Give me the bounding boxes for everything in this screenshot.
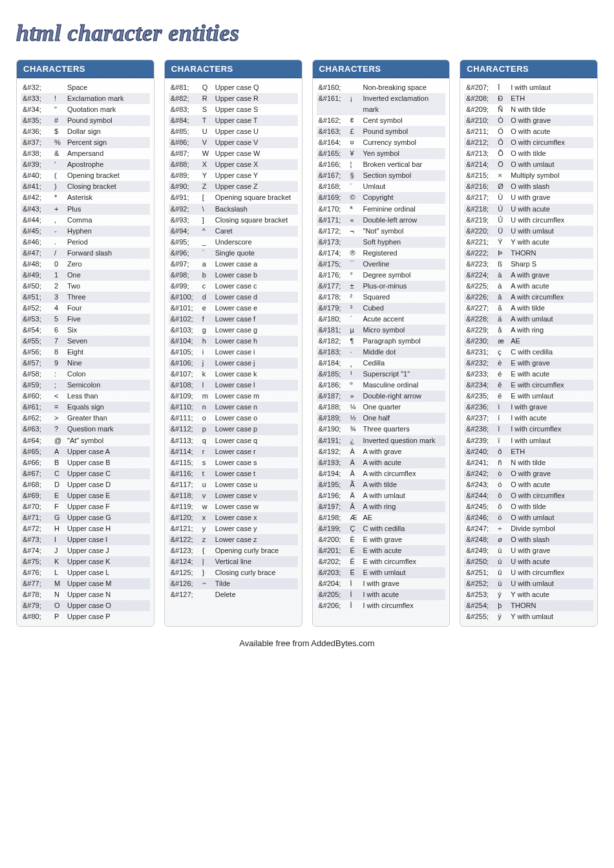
entity-char: · <box>350 347 363 358</box>
entity-description: Opening curly brace <box>215 545 298 556</box>
entity-code: &#83; <box>169 104 202 115</box>
table-row: &#215;×Multiply symbol <box>464 170 593 181</box>
entity-char: 4 <box>54 303 67 314</box>
entity-description: Lower case z <box>215 534 298 545</box>
entity-char: : <box>54 369 67 380</box>
entity-description: I with circumflex <box>363 600 446 611</box>
entity-char: F <box>54 501 67 512</box>
entity-char: 1 <box>54 270 67 281</box>
entity-code: &#173; <box>317 237 350 248</box>
entity-description: Exclamation mark <box>67 93 150 104</box>
table-row: &#93;]Closing square bracket <box>169 215 298 226</box>
entity-description: I with grave <box>511 402 593 413</box>
table-row: &#235;ëE with umlaut <box>464 391 593 402</box>
entity-char: è <box>498 358 511 369</box>
entity-description: Middle dot <box>363 347 446 358</box>
table-row: &#168;¨Umlaut <box>317 181 446 192</box>
entity-code: &#116; <box>169 468 202 479</box>
entity-code: &#224; <box>464 270 498 281</box>
entity-description: U with grave <box>511 192 593 203</box>
entity-description: I with umlaut <box>511 435 593 446</box>
entity-description: A with acute <box>511 281 593 292</box>
column-header: CHARACTERS <box>460 60 597 78</box>
entity-char: - <box>54 226 67 237</box>
entity-code: &#175; <box>317 259 350 270</box>
entity-code: &#184; <box>317 358 350 369</box>
entity-char: ' <box>54 159 67 170</box>
entity-char: Ô <box>498 137 511 148</box>
entity-description: THORN <box>511 600 593 611</box>
entity-char: E <box>54 490 67 501</box>
entity-description: Plus-or-minus <box>363 281 446 292</box>
entity-char: I <box>54 534 67 545</box>
entity-char: ] <box>202 215 215 226</box>
entity-char: ÷ <box>498 523 511 534</box>
entity-char: B <box>54 457 67 468</box>
entity-code: &#69; <box>21 490 54 501</box>
entity-description: N with tilde <box>511 104 593 115</box>
entity-char: k <box>202 369 215 380</box>
entity-code: &#67; <box>21 468 54 479</box>
entity-char: ß <box>498 259 511 270</box>
entity-code: &#182; <box>317 336 350 347</box>
entity-char: 5 <box>54 314 67 325</box>
entity-description: A with umlaut <box>511 314 593 325</box>
table-row: &#80;PUpper case P <box>21 611 150 622</box>
entity-char: ¦ <box>350 159 363 170</box>
entity-char: R <box>202 93 215 104</box>
entity-code: &#249; <box>464 545 498 556</box>
entity-description: E with circumflex <box>363 556 446 567</box>
entity-code: &#117; <box>169 479 202 490</box>
entity-code: &#229; <box>464 325 498 336</box>
entity-code: &#96; <box>169 248 202 259</box>
entity-description: Upper case I <box>67 534 150 545</box>
entity-code: &#44; <box>21 215 54 226</box>
entity-char: ø <box>498 534 511 545</box>
entity-code: &#103; <box>169 325 202 336</box>
entity-code: &#73; <box>21 534 54 545</box>
entity-description: Less than <box>67 391 150 402</box>
table-row: &#127; Delete <box>169 589 298 600</box>
table-row: &#205;ÍI with acute <box>317 589 446 600</box>
entity-code: &#46; <box>21 237 54 248</box>
table-row: &#53;5Five <box>21 314 150 325</box>
entity-description: I with grave <box>363 578 446 589</box>
table-row: &#75;KUpper case K <box>21 556 150 567</box>
entity-code: &#221; <box>464 237 498 248</box>
entity-code: &#214; <box>464 159 498 170</box>
entity-description: Hyphen <box>67 226 150 237</box>
entity-description: Lower case r <box>215 446 298 457</box>
entity-description: Plus <box>67 204 150 215</box>
entity-code: &#72; <box>21 523 54 534</box>
entity-char: ö <box>498 512 511 523</box>
table-row: &#102;fLower case f <box>169 314 298 325</box>
entity-description: Quotation mark <box>67 104 150 115</box>
entity-char: t <box>202 468 215 479</box>
entity-description: Lower case b <box>215 270 298 281</box>
entity-description: O with circumflex <box>511 490 593 501</box>
entity-code: &#89; <box>169 170 202 181</box>
entity-description: AE <box>511 336 593 347</box>
entity-char: L <box>54 567 67 578</box>
entity-description: Opening square bracket <box>215 192 298 203</box>
entity-code: &#166; <box>317 159 350 170</box>
table-row: &#52;4Four <box>21 303 150 314</box>
table-row: &#213;ÕO with tilde <box>464 148 593 159</box>
entity-description: Upper case O <box>67 600 150 611</box>
entity-char: i <box>202 347 215 358</box>
entity-code: &#225; <box>464 281 498 292</box>
entity-description: Yen symbol <box>363 148 446 159</box>
entity-code: &#179; <box>317 303 350 314</box>
entity-code: &#162; <box>317 115 350 126</box>
entity-code: &#102; <box>169 314 202 325</box>
entity-description: Upper case Y <box>215 170 298 181</box>
entity-description: C with cedilla <box>363 523 446 534</box>
table-row: &#203;ËE with umlaut <box>317 567 446 578</box>
entity-code: &#222; <box>464 248 498 259</box>
table-row: &#186;ºMasculine ordinal <box>317 380 446 391</box>
entity-description: Lower case v <box>215 490 298 501</box>
entity-code: &#201; <box>317 545 350 556</box>
entity-description: A with grave <box>363 446 446 457</box>
table-row: &#178;²Squared <box>317 292 446 303</box>
table-row: &#206;ÎI with circumflex <box>317 600 446 611</box>
